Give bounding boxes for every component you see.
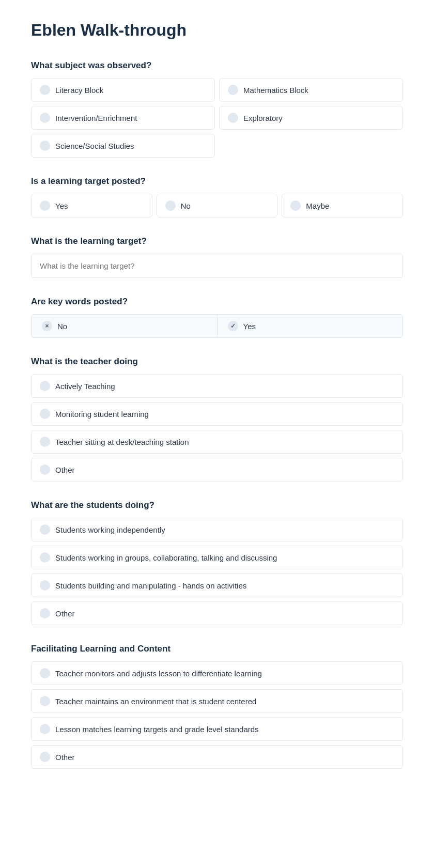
radio-environment: [40, 696, 50, 706]
teacher-doing-options: Actively Teaching Monitoring student lea…: [31, 374, 403, 482]
teacher-monitoring[interactable]: Monitoring student learning: [31, 402, 403, 426]
keywords-yes[interactable]: ✓ Yes: [217, 314, 404, 338]
learning-target-maybe[interactable]: Maybe: [282, 194, 403, 218]
subject-section: What subject was observed? Literacy Bloc…: [31, 60, 403, 158]
radio-independently: [40, 524, 50, 535]
subject-mathematics[interactable]: Mathematics Block: [219, 78, 403, 102]
facilitating-label: Facilitating Learning and Content: [31, 644, 403, 654]
students-other[interactable]: Other: [31, 601, 403, 625]
radio-actively: [40, 381, 50, 391]
subject-intervention[interactable]: Intervention/Enrichment: [31, 106, 215, 130]
facilitating-options: Teacher monitors and adjusts lesson to d…: [31, 661, 403, 769]
subject-literacy[interactable]: Literacy Block: [31, 78, 215, 102]
check-icon: ✓: [228, 321, 238, 331]
keywords-toggle: × No ✓ Yes: [31, 314, 403, 338]
radio-lt-yes: [40, 200, 50, 211]
teacher-doing-label: What is the teacher doing: [31, 357, 403, 367]
radio-mathematics: [228, 85, 238, 95]
subject-label: What subject was observed?: [31, 60, 403, 71]
radio-science: [40, 141, 50, 151]
subject-science[interactable]: Science/Social Studies: [31, 134, 215, 158]
radio-monitors: [40, 668, 50, 678]
subject-options: Literacy Block Mathematics Block Interve…: [31, 78, 403, 158]
facilitating-monitors[interactable]: Teacher monitors and adjusts lesson to d…: [31, 661, 403, 685]
keywords-label: Are key words posted?: [31, 297, 403, 307]
learning-target-options: Yes No Maybe: [31, 194, 403, 218]
radio-lesson: [40, 724, 50, 734]
teacher-doing-section: What is the teacher doing Actively Teach…: [31, 357, 403, 482]
learning-target-yes[interactable]: Yes: [31, 194, 152, 218]
learning-target-text-label: What is the learning target?: [31, 236, 403, 246]
radio-teacher-other: [40, 464, 50, 475]
teacher-other[interactable]: Other: [31, 458, 403, 482]
radio-exploratory: [228, 113, 238, 123]
radio-students-other: [40, 608, 50, 618]
subject-exploratory[interactable]: Exploratory: [219, 106, 403, 130]
radio-sitting: [40, 437, 50, 447]
students-groups[interactable]: Students working in groups, collaboratin…: [31, 546, 403, 569]
students-doing-section: What are the students doing? Students wo…: [31, 500, 403, 625]
students-independently[interactable]: Students working independently: [31, 518, 403, 541]
learning-target-no[interactable]: No: [157, 194, 278, 218]
radio-lt-no: [165, 200, 176, 211]
facilitating-section: Facilitating Learning and Content Teache…: [31, 644, 403, 769]
keywords-no[interactable]: × No: [31, 314, 217, 338]
radio-monitoring: [40, 409, 50, 419]
x-icon: ×: [42, 321, 52, 331]
radio-literacy: [40, 85, 50, 95]
keywords-section: Are key words posted? × No ✓ Yes: [31, 297, 403, 338]
students-building[interactable]: Students building and manipulating - han…: [31, 574, 403, 597]
facilitating-environment[interactable]: Teacher maintains an environment that is…: [31, 689, 403, 713]
radio-intervention: [40, 113, 50, 123]
learning-target-posted-section: Is a learning target posted? Yes No Mayb…: [31, 176, 403, 218]
facilitating-lesson[interactable]: Lesson matches learning targets and grad…: [31, 717, 403, 741]
learning-target-posted-label: Is a learning target posted?: [31, 176, 403, 187]
teacher-sitting[interactable]: Teacher sitting at desk/teaching station: [31, 430, 403, 454]
radio-groups: [40, 552, 50, 563]
radio-facilitating-other: [40, 752, 50, 762]
learning-target-text-section: What is the learning target?: [31, 236, 403, 278]
page-title: Eblen Walk-through: [31, 21, 403, 40]
students-doing-label: What are the students doing?: [31, 500, 403, 510]
students-doing-options: Students working independently Students …: [31, 518, 403, 625]
facilitating-other[interactable]: Other: [31, 745, 403, 769]
learning-target-input[interactable]: [31, 254, 403, 278]
radio-building: [40, 580, 50, 591]
radio-lt-maybe: [290, 200, 301, 211]
teacher-actively[interactable]: Actively Teaching: [31, 374, 403, 398]
